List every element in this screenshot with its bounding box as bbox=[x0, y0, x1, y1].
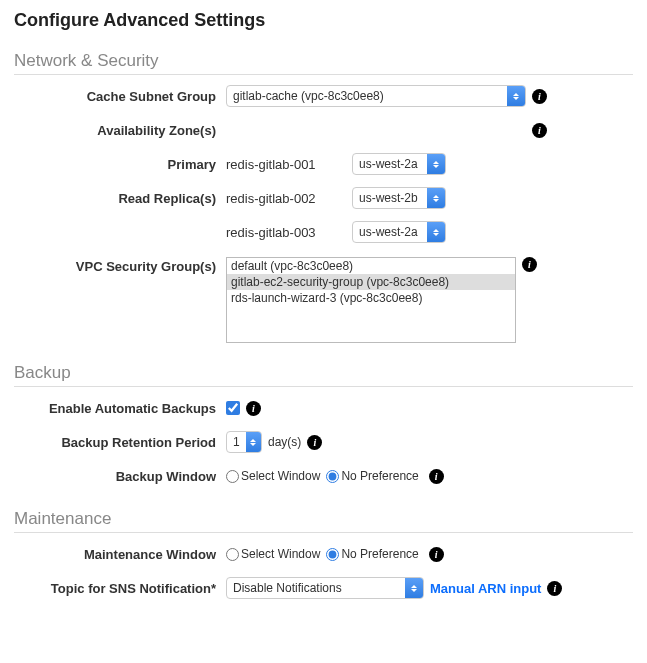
cache-subnet-label: Cache Subnet Group bbox=[14, 89, 226, 104]
security-group-option[interactable]: rds-launch-wizard-3 (vpc-8c3c0ee8) bbox=[227, 290, 515, 306]
node-name: redis-gitlab-001 bbox=[226, 157, 346, 172]
backup-window-select-radio[interactable] bbox=[226, 470, 239, 483]
chevron-updown-icon bbox=[405, 578, 423, 598]
info-icon[interactable]: i bbox=[429, 469, 444, 484]
backup-window-nopref-label: No Preference bbox=[341, 469, 418, 483]
sns-topic-select[interactable]: Disable Notifications bbox=[226, 577, 424, 599]
security-group-option[interactable]: default (vpc-8c3c0ee8) bbox=[227, 258, 515, 274]
chevron-updown-icon bbox=[427, 222, 445, 242]
security-group-option[interactable]: gitlab-ec2-security-group (vpc-8c3c0ee8) bbox=[227, 274, 515, 290]
info-icon[interactable]: i bbox=[522, 257, 537, 272]
availability-zone-label: Availability Zone(s) bbox=[14, 123, 226, 138]
info-icon[interactable]: i bbox=[429, 547, 444, 562]
section-header-network: Network & Security bbox=[14, 51, 633, 75]
chevron-updown-icon bbox=[427, 154, 445, 174]
security-group-label: VPC Security Group(s) bbox=[14, 257, 226, 274]
section-header-backup: Backup bbox=[14, 363, 633, 387]
zone-value: us-west-2b bbox=[359, 191, 418, 205]
page-title: Configure Advanced Settings bbox=[14, 10, 633, 31]
backup-window-nopref-radio[interactable] bbox=[326, 470, 339, 483]
retention-select[interactable]: 1 bbox=[226, 431, 262, 453]
read-replica-label: Read Replica(s) bbox=[14, 191, 226, 206]
primary-zone-select[interactable]: us-west-2a bbox=[352, 153, 446, 175]
sns-topic-label: Topic for SNS Notification* bbox=[14, 581, 226, 596]
primary-label: Primary bbox=[14, 157, 226, 172]
info-icon[interactable]: i bbox=[246, 401, 261, 416]
backup-window-label: Backup Window bbox=[14, 469, 226, 484]
retention-unit: day(s) bbox=[268, 435, 301, 449]
sns-topic-value: Disable Notifications bbox=[233, 581, 342, 595]
cache-subnet-select[interactable]: gitlab-cache (vpc-8c3c0ee8) bbox=[226, 85, 526, 107]
enable-backups-checkbox[interactable] bbox=[226, 401, 240, 415]
maintenance-window-select-label: Select Window bbox=[241, 547, 320, 561]
section-header-maintenance: Maintenance bbox=[14, 509, 633, 533]
backup-window-select-label: Select Window bbox=[241, 469, 320, 483]
cache-subnet-value: gitlab-cache (vpc-8c3c0ee8) bbox=[233, 89, 384, 103]
retention-label: Backup Retention Period bbox=[14, 435, 226, 450]
manual-arn-link[interactable]: Manual ARN input bbox=[430, 581, 541, 596]
node-name: redis-gitlab-002 bbox=[226, 191, 346, 206]
replica-zone-select[interactable]: us-west-2b bbox=[352, 187, 446, 209]
chevron-updown-icon bbox=[246, 432, 261, 452]
replica-zone-select[interactable]: us-west-2a bbox=[352, 221, 446, 243]
security-group-listbox[interactable]: default (vpc-8c3c0ee8) gitlab-ec2-securi… bbox=[226, 257, 516, 343]
retention-value: 1 bbox=[233, 435, 240, 449]
zone-value: us-west-2a bbox=[359, 157, 418, 171]
maintenance-window-nopref-radio[interactable] bbox=[326, 548, 339, 561]
enable-backups-label: Enable Automatic Backups bbox=[14, 401, 226, 416]
chevron-updown-icon bbox=[427, 188, 445, 208]
maintenance-window-label: Maintenance Window bbox=[14, 547, 226, 562]
info-icon[interactable]: i bbox=[307, 435, 322, 450]
info-icon[interactable]: i bbox=[532, 89, 547, 104]
node-name: redis-gitlab-003 bbox=[226, 225, 346, 240]
info-icon[interactable]: i bbox=[547, 581, 562, 596]
chevron-updown-icon bbox=[507, 86, 525, 106]
maintenance-window-nopref-label: No Preference bbox=[341, 547, 418, 561]
maintenance-window-select-radio[interactable] bbox=[226, 548, 239, 561]
zone-value: us-west-2a bbox=[359, 225, 418, 239]
info-icon[interactable]: i bbox=[532, 123, 547, 138]
